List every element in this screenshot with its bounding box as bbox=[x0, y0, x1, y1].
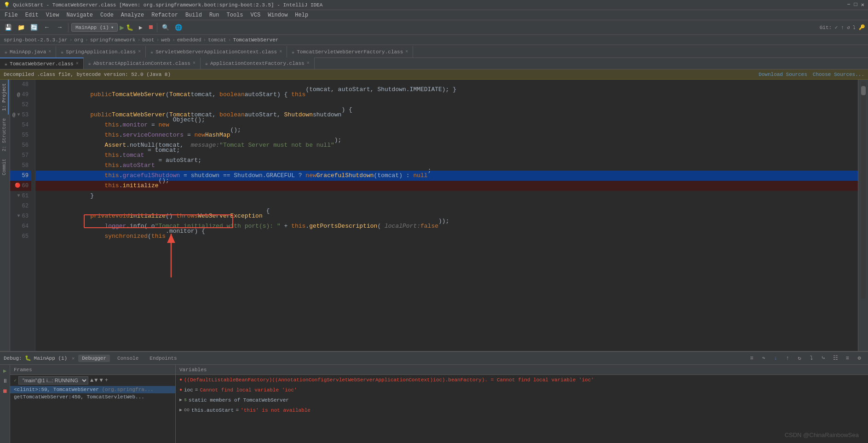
var-name-autostart: this.autoStart bbox=[191, 406, 234, 414]
debug-resume-btn[interactable]: ≡ bbox=[747, 353, 757, 363]
breadcrumb-boot[interactable]: boot bbox=[142, 37, 154, 43]
sidebar-structure[interactable]: 2: Structure bbox=[1, 115, 9, 155]
tab-tomcatwebserver[interactable]: ☕ TomcatWebServer.class × bbox=[0, 58, 84, 69]
thread-add-btn[interactable]: + bbox=[105, 377, 108, 384]
toolbar-search-btn[interactable]: 🔍 bbox=[160, 22, 171, 33]
menu-run[interactable]: Run bbox=[207, 11, 222, 19]
toolbar-open-btn[interactable]: 📁 bbox=[16, 22, 27, 33]
menu-view[interactable]: View bbox=[43, 11, 62, 19]
debug-step-over-btn[interactable]: ↷ bbox=[759, 353, 769, 363]
tab-icon-tomcatservlet: ☕ bbox=[292, 49, 294, 55]
run-button[interactable]: ▶ bbox=[120, 23, 124, 32]
code-editor[interactable]: 48 @49 52 @▼53 54 55 56 57 58 59 🔴60 ▼61… bbox=[10, 80, 858, 351]
toolbar-forward-btn[interactable]: → bbox=[54, 22, 65, 33]
debug-close-btn[interactable]: ✕ bbox=[72, 356, 75, 361]
close-button[interactable]: ✕ bbox=[861, 1, 864, 8]
tab-close-appctxfactory[interactable]: × bbox=[307, 61, 310, 66]
debug-frames-btn[interactable]: ⤷ bbox=[818, 353, 828, 363]
frame-item-2[interactable]: getTomcatWebServer:450, TomcatServletWeb… bbox=[10, 393, 175, 401]
tab-springapplication[interactable]: ☕ SpringApplication.class × bbox=[56, 46, 146, 58]
toolbar-save-btn[interactable]: 💾 bbox=[3, 22, 14, 33]
gutter-line-53: @▼53 bbox=[10, 110, 31, 120]
breadcrumb-web[interactable]: web bbox=[161, 37, 170, 43]
breadcrumb-springframework[interactable]: springframework bbox=[90, 37, 136, 43]
debug-tab-debugger[interactable]: Debugger bbox=[78, 355, 110, 362]
debug-stop-btn[interactable]: ⏹ bbox=[1, 387, 9, 395]
tab-close-tomcatwebserver[interactable]: × bbox=[76, 61, 79, 66]
tab-close-servlet[interactable]: × bbox=[279, 49, 282, 54]
debug-run-cursor-btn[interactable]: ↻ bbox=[794, 353, 805, 363]
tab-close-abstractappctx[interactable]: × bbox=[193, 61, 195, 66]
debug-pause-btn[interactable]: ⏸ bbox=[1, 377, 9, 385]
debug-run-config: MainApp (1) bbox=[34, 356, 68, 361]
gutter-line-56: 56 bbox=[10, 140, 31, 150]
debug-step-into-btn[interactable]: ↓ bbox=[770, 353, 781, 363]
menu-vcs[interactable]: VCS bbox=[248, 11, 264, 19]
var-value-ioc: Cannot find local variable 'ioc' bbox=[200, 386, 297, 394]
thread-check-icon: ✓ bbox=[14, 378, 17, 383]
breadcrumb-tomcat[interactable]: tomcat bbox=[208, 37, 226, 43]
minimize-button[interactable]: − bbox=[847, 1, 850, 8]
thread-filter-btn[interactable]: ▼ bbox=[99, 377, 103, 384]
run-with-coverage-btn[interactable]: ▶ bbox=[135, 22, 146, 33]
debug-button[interactable]: 🐛 bbox=[126, 24, 133, 31]
debug-step-out-btn[interactable]: ↑ bbox=[782, 353, 793, 363]
breadcrumb-jar[interactable]: spring-boot-2.5.3.jar bbox=[4, 37, 68, 43]
breadcrumb-embedded[interactable]: embedded bbox=[177, 37, 201, 43]
toolbar-translate-btn[interactable]: 🌐 bbox=[173, 22, 184, 33]
var-expand-4[interactable]: ▶ bbox=[179, 406, 182, 414]
sidebar-project[interactable]: 1: Project bbox=[1, 80, 9, 115]
tab-close-spring[interactable]: × bbox=[138, 49, 141, 54]
run-config-selector[interactable]: MainApp (1) ▾ bbox=[71, 23, 118, 32]
debug-watches-btn[interactable]: ≡ bbox=[842, 353, 852, 363]
debug-left-controls: ▶ ⏸ ⏹ bbox=[0, 365, 10, 443]
breadcrumb-org[interactable]: org bbox=[74, 37, 83, 43]
tab-appctxfactory[interactable]: ☕ ApplicationContextFactory.class × bbox=[201, 58, 315, 69]
code-lines[interactable]: public TomcatWebServer(Tomcat tomcat, bo… bbox=[35, 80, 858, 351]
toolbar-refresh-btn[interactable]: 🔄 bbox=[29, 22, 40, 33]
menu-code[interactable]: Code bbox=[98, 11, 116, 19]
maximize-button[interactable]: □ bbox=[854, 1, 857, 8]
menu-window[interactable]: Window bbox=[265, 11, 290, 19]
tab-servletwebserver[interactable]: ☕ ServletWebServerApplicationContext.cla… bbox=[146, 46, 287, 58]
sidebar-commit[interactable]: Commit bbox=[1, 155, 9, 179]
menu-help[interactable]: Help bbox=[292, 11, 311, 19]
menu-analyze[interactable]: Analyze bbox=[118, 11, 147, 19]
var-expand-3[interactable]: ▶ bbox=[179, 396, 182, 404]
tab-close-tomcatservlet[interactable]: × bbox=[405, 49, 408, 54]
frames-header: Frames bbox=[10, 365, 175, 375]
toolbar-back-btn[interactable]: ← bbox=[41, 22, 52, 33]
menu-navigate[interactable]: Navigate bbox=[63, 11, 96, 19]
menu-build[interactable]: Build bbox=[183, 11, 205, 19]
var-name-ioc: ioc bbox=[184, 386, 193, 394]
choose-sources-link[interactable]: Choose Sources... bbox=[813, 72, 864, 77]
thread-down-arrow[interactable]: ▼ bbox=[94, 377, 98, 384]
thread-up-arrow[interactable]: ▲ bbox=[90, 377, 93, 384]
download-sources-link[interactable]: Download Sources bbox=[759, 72, 807, 77]
main-content: 1: Project 2: Structure Commit 48 @49 52… bbox=[0, 80, 868, 351]
stop-button[interactable]: ⏹ bbox=[148, 24, 154, 31]
menu-file[interactable]: File bbox=[2, 11, 21, 19]
debug-play-btn[interactable]: ▶ bbox=[1, 367, 9, 375]
tab-mainapp[interactable]: ☕ MainApp.java × bbox=[0, 46, 56, 58]
thread-selector[interactable]: "main"@1 i...: RUNNING bbox=[18, 376, 88, 385]
code-line-60: this.initialize(); bbox=[35, 181, 858, 191]
code-gutter: 48 @49 52 @▼53 54 55 56 57 58 59 🔴60 ▼61… bbox=[10, 80, 35, 351]
frame-item-1[interactable]: <clinit>:59, TomcatWebServer (org.spring… bbox=[10, 386, 175, 393]
tab-close-mainapp[interactable]: × bbox=[48, 49, 51, 54]
app-icon: 💡 bbox=[4, 2, 10, 8]
tab-label-abstractappctx: AbstractApplicationContext.class bbox=[93, 61, 190, 66]
tab-abstractappctx[interactable]: ☕ AbstractApplicationContext.class × bbox=[84, 58, 201, 69]
title-bar-controls[interactable]: − □ ✕ bbox=[847, 1, 864, 8]
var-row-4: ▶ oo this.autoStart = 'this' is not avai… bbox=[176, 405, 868, 415]
debug-tab-console[interactable]: Console bbox=[114, 355, 142, 362]
menu-tools[interactable]: Tools bbox=[224, 11, 246, 19]
tab-label-servlet: ServletWebServerApplicationContext.class bbox=[155, 49, 277, 55]
debug-variables-btn[interactable]: ☷ bbox=[830, 353, 840, 363]
debug-tab-endpoints[interactable]: Endpoints bbox=[146, 355, 180, 362]
debug-eval-btn[interactable]: ⤵ bbox=[806, 353, 816, 363]
tab-tomcatservlet[interactable]: ☕ TomcatServletWebServerFactory.class × bbox=[287, 46, 413, 58]
menu-refactor[interactable]: Refactor bbox=[149, 11, 181, 19]
menu-edit[interactable]: Edit bbox=[23, 11, 41, 19]
debug-settings-btn[interactable]: ⚙ bbox=[854, 353, 864, 363]
